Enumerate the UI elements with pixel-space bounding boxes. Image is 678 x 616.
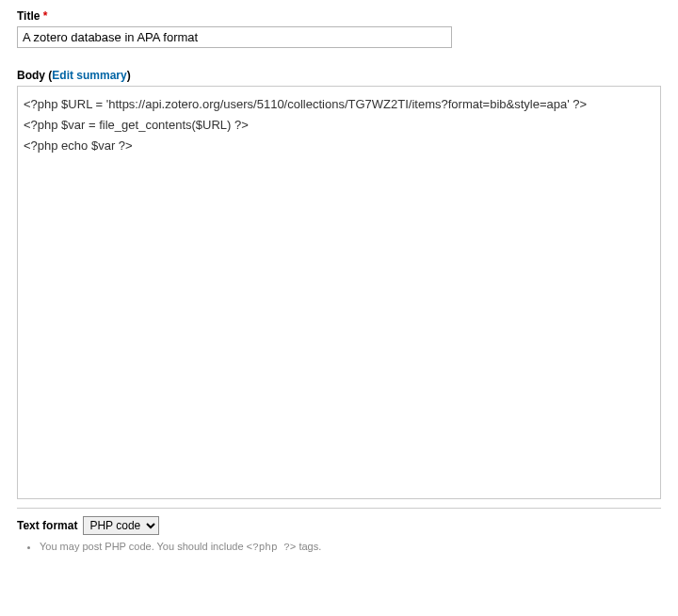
title-label-text: Title <box>17 9 40 23</box>
text-format-section: Text format PHP code You may post PHP co… <box>17 508 661 553</box>
required-marker: * <box>43 9 48 23</box>
text-format-label: Text format <box>17 519 77 532</box>
body-label-text: Body <box>17 69 45 82</box>
text-format-select[interactable]: PHP code <box>83 516 159 535</box>
body-field: Body (Edit summary) <box>17 69 661 502</box>
hint-suffix: tags. <box>296 541 321 552</box>
body-label: Body (Edit summary) <box>17 69 661 82</box>
title-field: Title * <box>17 9 661 48</box>
text-format-row: Text format PHP code <box>17 516 661 535</box>
title-label: Title * <box>17 9 661 23</box>
hint-code: <?php ?> <box>247 542 297 553</box>
paren-close: ) <box>127 69 131 82</box>
title-input[interactable] <box>17 26 452 48</box>
body-textarea[interactable] <box>17 86 661 499</box>
edit-summary-link[interactable]: Edit summary <box>52 69 126 82</box>
format-hints: You may post PHP code. You should includ… <box>17 541 661 553</box>
hint-prefix: You may post PHP code. You should includ… <box>40 541 247 552</box>
hint-line: You may post PHP code. You should includ… <box>40 541 661 553</box>
